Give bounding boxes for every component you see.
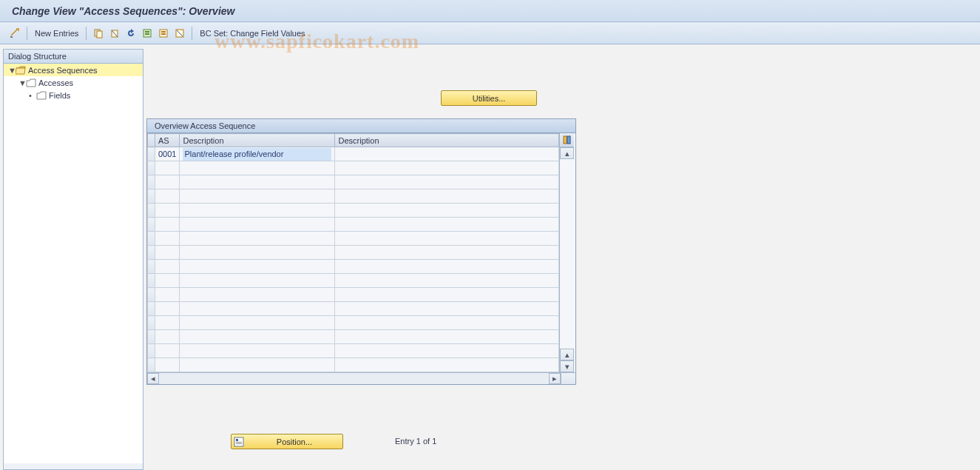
row-selector-header[interactable] <box>148 134 155 147</box>
delete-icon[interactable] <box>109 27 121 39</box>
cell-as[interactable] <box>155 246 180 260</box>
cell-description1[interactable] <box>180 274 335 288</box>
scroll-up-end-icon[interactable]: ▴ <box>560 349 574 360</box>
table-row[interactable] <box>148 218 559 232</box>
horizontal-scrollbar[interactable] <box>159 373 549 384</box>
cell-as[interactable] <box>155 232 180 246</box>
description-input[interactable] <box>183 148 331 161</box>
cell-description1[interactable] <box>180 189 335 204</box>
table-row[interactable] <box>148 274 559 288</box>
cell-as[interactable] <box>155 302 180 316</box>
expander-icon[interactable]: ▼ <box>8 66 16 75</box>
deselect-all-icon[interactable] <box>174 27 186 39</box>
other-view-icon[interactable] <box>9 27 21 39</box>
table-row[interactable] <box>148 204 559 218</box>
cell-description1[interactable] <box>180 358 335 372</box>
row-selector[interactable] <box>148 330 155 344</box>
cell-description2[interactable] <box>335 302 559 316</box>
cell-description2[interactable] <box>335 316 559 330</box>
cell-description2[interactable] <box>335 260 559 274</box>
table-row[interactable] <box>148 302 559 316</box>
row-selector[interactable] <box>148 288 155 302</box>
cell-as[interactable] <box>155 358 180 372</box>
cell-description2[interactable] <box>335 204 559 218</box>
row-selector[interactable] <box>148 161 155 175</box>
row-selector[interactable] <box>148 147 155 161</box>
select-all-icon[interactable] <box>141 27 153 39</box>
tree-node-access-sequences[interactable]: ▼ Access Sequences <box>4 64 143 76</box>
cell-as[interactable]: 0001 <box>155 147 180 161</box>
row-selector[interactable] <box>148 189 155 204</box>
copy-icon[interactable] <box>92 27 104 39</box>
row-selector[interactable] <box>148 232 155 246</box>
row-selector[interactable] <box>148 358 155 372</box>
row-selector[interactable] <box>148 274 155 288</box>
cell-description1[interactable] <box>180 218 335 232</box>
column-header-description1[interactable]: Description <box>180 134 335 147</box>
configure-columns-icon[interactable] <box>560 133 574 147</box>
scroll-up-icon[interactable]: ▴ <box>560 147 574 159</box>
cell-as[interactable] <box>155 330 180 344</box>
table-row[interactable] <box>148 330 559 344</box>
row-selector[interactable] <box>148 260 155 274</box>
cell-description1[interactable] <box>180 344 335 358</box>
row-selector[interactable] <box>148 302 155 316</box>
cell-description2[interactable] <box>335 175 559 189</box>
cell-as[interactable] <box>155 274 180 288</box>
utilities-button[interactable]: Utilities... <box>441 90 537 106</box>
cell-description2[interactable] <box>335 288 559 302</box>
cell-as[interactable] <box>155 344 180 358</box>
row-selector[interactable] <box>148 175 155 189</box>
table-row[interactable] <box>148 232 559 246</box>
cell-description1[interactable] <box>180 147 335 161</box>
position-button[interactable]: Position... <box>231 434 343 449</box>
tree-node-accesses[interactable]: ▼ Accesses <box>4 76 143 89</box>
table-row[interactable] <box>148 260 559 274</box>
cell-as[interactable] <box>155 161 180 175</box>
cell-description1[interactable] <box>180 330 335 344</box>
table-row[interactable] <box>148 358 559 372</box>
column-header-description2[interactable]: Description <box>335 134 559 147</box>
cell-description1[interactable] <box>180 232 335 246</box>
cell-as[interactable] <box>155 175 180 189</box>
cell-as[interactable] <box>155 260 180 274</box>
cell-description2[interactable] <box>335 330 559 344</box>
cell-description1[interactable] <box>180 260 335 274</box>
row-selector[interactable] <box>148 246 155 260</box>
cell-as[interactable] <box>155 218 180 232</box>
tree-node-fields[interactable]: • Fields <box>4 89 143 101</box>
scroll-down-icon[interactable]: ▾ <box>560 360 574 372</box>
cell-description2[interactable] <box>335 218 559 232</box>
cell-description2[interactable] <box>335 246 559 260</box>
table-row[interactable]: 0001 <box>148 147 559 161</box>
cell-description1[interactable] <box>180 175 335 189</box>
cell-description2[interactable] <box>335 161 559 175</box>
cell-description1[interactable] <box>180 204 335 218</box>
cell-as[interactable] <box>155 204 180 218</box>
cell-description2[interactable] <box>335 274 559 288</box>
table-row[interactable] <box>148 161 559 175</box>
cell-as[interactable] <box>155 288 180 302</box>
bc-set-button[interactable]: BC Set: Change Field Values <box>200 29 305 38</box>
cell-description2[interactable] <box>335 344 559 358</box>
table-row[interactable] <box>148 344 559 358</box>
cell-description1[interactable] <box>180 161 335 175</box>
table-row[interactable] <box>148 316 559 330</box>
row-selector[interactable] <box>148 218 155 232</box>
select-block-icon[interactable] <box>158 27 169 39</box>
row-selector[interactable] <box>148 316 155 330</box>
cell-description1[interactable] <box>180 316 335 330</box>
cell-description2[interactable] <box>335 189 559 204</box>
new-entries-button[interactable]: New Entries <box>35 29 78 38</box>
cell-description1[interactable] <box>180 288 335 302</box>
table-row[interactable] <box>148 175 559 189</box>
table-row[interactable] <box>148 246 559 260</box>
table-row[interactable] <box>148 189 559 204</box>
scroll-right-icon[interactable]: ▸ <box>549 373 561 384</box>
undo-icon[interactable] <box>125 27 137 39</box>
row-selector[interactable] <box>148 344 155 358</box>
expander-icon[interactable]: ▼ <box>18 78 26 87</box>
cell-as[interactable] <box>155 189 180 204</box>
vertical-scrollbar[interactable] <box>560 159 574 349</box>
cell-as[interactable] <box>155 316 180 330</box>
